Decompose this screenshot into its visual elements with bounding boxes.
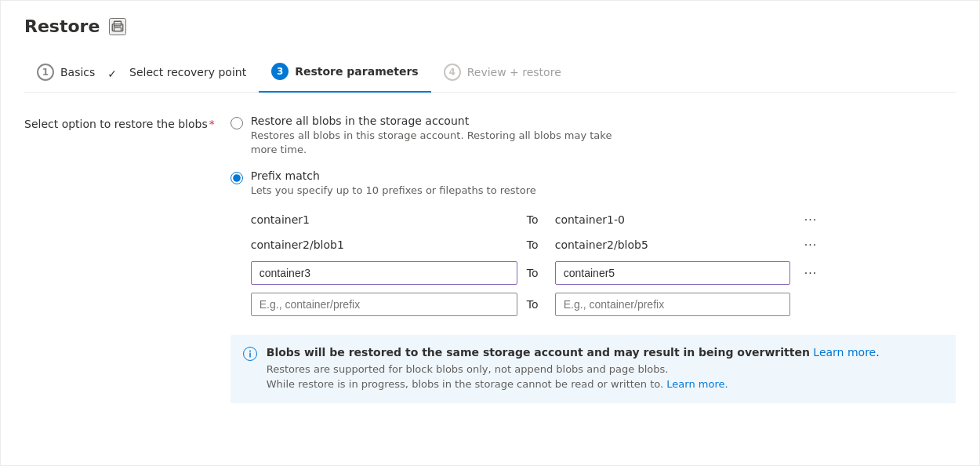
prefix-row-2-to: container2/blob5 — [555, 238, 790, 251]
info-primary-strong: Blobs will be restored to the same stora… — [267, 346, 810, 359]
radio-prefix-match[interactable] — [230, 172, 243, 184]
step-basics[interactable]: 1 Basics — [24, 56, 107, 92]
prefix-row-2-from: container2/blob1 — [251, 238, 517, 251]
prefix-row-4-from-input[interactable] — [251, 293, 517, 316]
prefix-row-2-menu[interactable]: ··· — [800, 236, 822, 253]
info-icon — [243, 347, 257, 361]
step-3-label: Restore parameters — [295, 65, 419, 78]
option-all-blobs: Restore all blobs in the storage account… — [230, 115, 956, 157]
info-text-block: Blobs will be restored to the same stora… — [267, 346, 880, 392]
page-header: Restore — [24, 16, 956, 36]
option-prefix-text: Prefix match Lets you specify up to 10 p… — [251, 169, 536, 198]
radio-all-blobs[interactable] — [230, 117, 243, 129]
info-primary-link[interactable]: Learn more — [813, 346, 876, 359]
step-3-circle: 3 — [271, 63, 289, 80]
step-review[interactable]: 4 Review + restore — [431, 56, 574, 92]
step-recovery[interactable]: Select recovery point — [117, 58, 259, 89]
prefix-row-3: To ··· — [251, 261, 956, 285]
svg-rect-6 — [249, 352, 251, 357]
prefix-row-2: container2/blob1 To container2/blob5 ··· — [251, 236, 956, 253]
step-1-label: Basics — [60, 66, 95, 78]
field-label-area: Select option to restore the blobs* — [24, 115, 230, 403]
print-button[interactable] — [109, 18, 126, 35]
prefix-row-3-menu[interactable]: ··· — [800, 264, 822, 282]
content-area: Select option to restore the blobs* Rest… — [24, 115, 956, 403]
prefix-row-1-from: container1 — [251, 213, 517, 226]
prefix-table: container1 To container1-0 ··· container… — [251, 211, 956, 316]
prefix-row-1-to-label: To — [527, 213, 546, 226]
step-parameters[interactable]: 3 Restore parameters — [259, 55, 431, 93]
option-all-blobs-desc: Restores all blobs in this storage accou… — [251, 129, 612, 157]
prefix-row-2-to-label: To — [527, 238, 546, 251]
page-container: Restore 1 Basics ✓ Select recovery point… — [0, 0, 980, 466]
step-1-circle: 1 — [37, 64, 54, 81]
step-1-check: ✓ — [107, 67, 117, 80]
print-icon — [111, 20, 125, 34]
prefix-row-1-menu[interactable]: ··· — [800, 211, 822, 228]
prefix-row-1: container1 To container1-0 ··· — [251, 211, 956, 228]
prefix-row-4: To — [251, 293, 956, 316]
info-secondary-text: Restores are supported for block blobs o… — [267, 362, 880, 392]
step-4-circle: 4 — [444, 64, 461, 81]
option-prefix-match: Prefix match Lets you specify up to 10 p… — [230, 169, 956, 198]
option-prefix-desc: Lets you specify up to 10 prefixes or fi… — [251, 184, 536, 198]
field-label-text: Select option to restore the blobs — [24, 118, 208, 130]
prefix-row-3-to-label: To — [527, 267, 546, 279]
right-panel: Restore all blobs in the storage account… — [230, 115, 956, 403]
prefix-row-4-to-label: To — [527, 298, 546, 311]
option-all-blobs-text: Restore all blobs in the storage account… — [251, 115, 612, 157]
option-prefix-title: Prefix match — [251, 169, 536, 182]
svg-point-3 — [114, 25, 115, 27]
info-primary-text: Blobs will be restored to the same stora… — [267, 346, 880, 359]
prefix-row-3-to-input[interactable] — [555, 261, 790, 285]
info-banner: Blobs will be restored to the same stora… — [230, 335, 956, 403]
svg-rect-2 — [114, 27, 122, 31]
prefix-row-3-from-input[interactable] — [251, 261, 517, 285]
prefix-row-4-to-input[interactable] — [555, 293, 790, 316]
svg-point-5 — [249, 350, 251, 351]
step-2-label: Select recovery point — [129, 66, 246, 78]
info-secondary-link[interactable]: Learn more. — [666, 378, 728, 390]
page-title: Restore — [24, 16, 100, 36]
prefix-row-1-to: container1-0 — [555, 213, 790, 226]
step-4-label: Review + restore — [467, 66, 561, 78]
wizard-steps: 1 Basics ✓ Select recovery point 3 Resto… — [24, 55, 956, 93]
required-indicator: * — [209, 118, 215, 130]
option-all-blobs-title: Restore all blobs in the storage account — [251, 115, 612, 127]
